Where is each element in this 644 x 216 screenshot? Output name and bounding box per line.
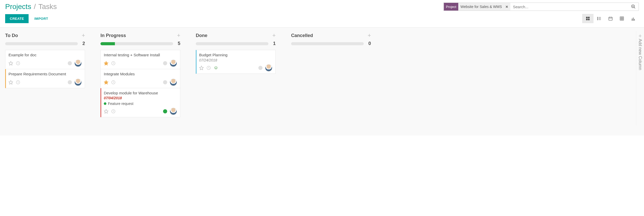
view-pivot[interactable] bbox=[616, 14, 628, 23]
search-facet: Project Website for Sales & WMS ✕ bbox=[444, 3, 510, 11]
column-header: Done+ bbox=[196, 31, 276, 39]
column-header: Cancelled+ bbox=[291, 31, 371, 39]
view-kanban[interactable] bbox=[582, 14, 594, 23]
kanban-card[interactable]: Prepare Requirements Document bbox=[5, 69, 85, 88]
kanban-column: To Do+2Example for docPrepare Requiremen… bbox=[5, 31, 85, 88]
avatar[interactable] bbox=[170, 108, 177, 115]
close-icon: ✕ bbox=[505, 5, 508, 9]
column-progress bbox=[291, 42, 364, 45]
status-dot[interactable] bbox=[258, 66, 262, 70]
card-date: 07/24/2018 bbox=[199, 58, 272, 62]
column-count: 1 bbox=[272, 41, 276, 46]
view-calendar[interactable] bbox=[605, 14, 616, 23]
column-title: Cancelled bbox=[291, 33, 313, 38]
svg-point-9 bbox=[597, 18, 598, 19]
add-column-button[interactable]: +Add new Column bbox=[636, 31, 644, 125]
calendar-icon bbox=[608, 16, 613, 21]
card-date: 07/04/2018 bbox=[104, 96, 177, 100]
svg-rect-5 bbox=[588, 17, 590, 18]
column-progress-row: 2 bbox=[5, 41, 85, 46]
clock-icon[interactable] bbox=[16, 61, 20, 66]
clock-icon[interactable] bbox=[111, 61, 116, 66]
svg-rect-6 bbox=[586, 19, 588, 20]
column-add-icon[interactable]: + bbox=[272, 32, 276, 39]
svg-line-1 bbox=[634, 7, 635, 8]
view-graph[interactable] bbox=[628, 14, 639, 23]
card-footer bbox=[104, 60, 177, 67]
column-title: In Progress bbox=[100, 33, 126, 38]
svg-point-10 bbox=[597, 19, 598, 20]
svg-marker-27 bbox=[9, 61, 13, 65]
avatar[interactable] bbox=[170, 79, 177, 86]
kanban-card[interactable]: Example for doc bbox=[5, 50, 85, 69]
avatar[interactable] bbox=[170, 60, 177, 67]
svg-rect-18 bbox=[620, 17, 624, 20]
breadcrumb-root[interactable]: Projects bbox=[5, 3, 31, 11]
avatar[interactable] bbox=[74, 60, 82, 67]
search-input[interactable] bbox=[510, 5, 628, 9]
status-dot[interactable] bbox=[68, 80, 72, 84]
star-icon[interactable] bbox=[104, 61, 108, 66]
status-dot[interactable] bbox=[163, 109, 167, 113]
create-button[interactable]: CREATE bbox=[5, 14, 29, 23]
column-add-icon[interactable]: + bbox=[82, 32, 85, 39]
search-expand-icon[interactable] bbox=[628, 4, 639, 9]
search-bar[interactable]: Project Website for Sales & WMS ✕ bbox=[443, 3, 639, 11]
column-add-icon[interactable]: + bbox=[177, 32, 180, 39]
breadcrumb-separator: / bbox=[34, 3, 36, 11]
star-icon[interactable] bbox=[199, 66, 204, 70]
avatar[interactable] bbox=[74, 79, 82, 86]
status-dot[interactable] bbox=[68, 61, 72, 65]
star-icon[interactable] bbox=[9, 80, 13, 85]
kanban-card[interactable]: Internal testing + Software Install bbox=[100, 50, 180, 69]
kanban-icon bbox=[586, 16, 590, 21]
clock-icon[interactable] bbox=[111, 80, 116, 85]
column-count: 0 bbox=[367, 41, 371, 46]
svg-marker-31 bbox=[104, 61, 108, 65]
svg-marker-33 bbox=[104, 80, 108, 84]
card-footer bbox=[104, 108, 177, 115]
status-dot[interactable] bbox=[163, 61, 167, 65]
clock-icon[interactable] bbox=[206, 66, 211, 70]
kanban-card[interactable]: Budget Planning07/24/2018☺ bbox=[196, 50, 276, 74]
graph-icon bbox=[631, 16, 635, 21]
card-title: Prepare Requirements Document bbox=[9, 72, 82, 77]
column-progress bbox=[196, 42, 268, 45]
kanban-card[interactable]: Develop module for Warehouse07/04/2018Fe… bbox=[100, 88, 180, 118]
svg-rect-14 bbox=[609, 17, 612, 20]
star-icon[interactable] bbox=[104, 109, 108, 114]
svg-marker-35 bbox=[104, 110, 108, 113]
svg-point-8 bbox=[597, 17, 598, 17]
column-add-icon[interactable]: + bbox=[368, 32, 371, 39]
column-progress bbox=[5, 42, 78, 45]
star-icon[interactable] bbox=[104, 80, 108, 85]
card-title: Integrate Modules bbox=[104, 72, 177, 77]
card-footer bbox=[9, 60, 82, 67]
column-header: In Progress+ bbox=[100, 31, 180, 39]
star-icon[interactable] bbox=[9, 61, 13, 66]
view-list[interactable] bbox=[594, 14, 605, 23]
avatar[interactable] bbox=[265, 64, 272, 71]
kanban-card[interactable]: Integrate Modules bbox=[100, 69, 180, 88]
search-facet-remove[interactable]: ✕ bbox=[503, 3, 510, 11]
column-header: To Do+ bbox=[5, 31, 85, 39]
card-title: Develop module for Warehouse bbox=[104, 91, 177, 96]
status-dot[interactable] bbox=[163, 80, 167, 84]
tag-dot-icon bbox=[104, 102, 106, 105]
search-facet-value: Website for Sales & WMS bbox=[458, 3, 503, 11]
svg-rect-26 bbox=[634, 19, 635, 20]
column-cards: Internal testing + Software InstallInteg… bbox=[100, 50, 180, 117]
clock-icon[interactable] bbox=[16, 80, 20, 85]
card-title: Example for doc bbox=[9, 53, 82, 58]
card-tag-label: Feature request bbox=[108, 102, 133, 106]
card-title: Internal testing + Software Install bbox=[104, 53, 177, 58]
clock-icon[interactable] bbox=[111, 109, 116, 114]
import-button[interactable]: IMPORT bbox=[31, 14, 52, 23]
kanban-column: Done+1Budget Planning07/24/2018☺ bbox=[196, 31, 276, 74]
list-icon bbox=[597, 16, 602, 21]
svg-rect-25 bbox=[633, 17, 633, 20]
svg-marker-37 bbox=[200, 66, 204, 70]
card-footer bbox=[9, 79, 82, 86]
svg-rect-24 bbox=[632, 19, 632, 20]
breadcrumb: Projects / Tasks bbox=[5, 3, 57, 11]
